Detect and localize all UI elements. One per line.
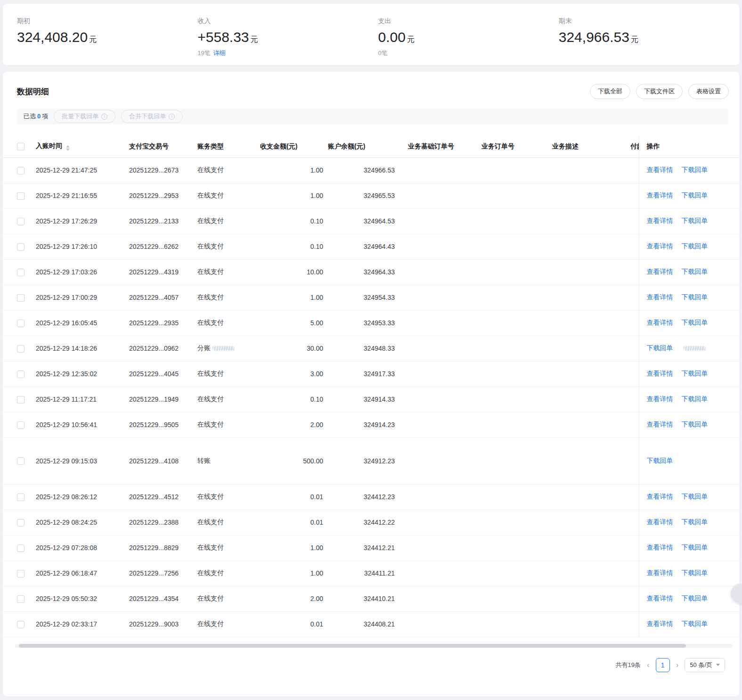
download-receipt-link[interactable]: 下载回单 [682,242,708,250]
row-checkbox[interactable] [17,457,24,465]
download-receipt-link[interactable]: 下载回单 [682,268,708,275]
cell-balance: 324966.53 [328,157,400,183]
download-receipt-link[interactable]: 下载回单 [682,191,708,199]
view-detail-link[interactable]: 查看详情 [647,166,673,173]
cell-order [476,387,546,412]
cell-account-type: 在线支付 [192,310,260,336]
row-checkbox[interactable] [17,294,24,302]
download-receipt-link[interactable]: 下载回单 [682,319,708,326]
view-detail-link[interactable]: 查看详情 [647,217,673,224]
view-detail-link[interactable]: 查看详情 [647,293,673,301]
cell-amount: 1.00 [260,183,328,208]
view-detail-link[interactable]: 查看详情 [647,395,673,403]
row-checkbox[interactable] [17,544,24,552]
cell-transaction-id: 20251229...6262 [123,234,192,259]
income-detail-link[interactable]: 详细 [213,49,226,57]
table-row: 2025-12-29 16:05:4520251229...2935在线支付5.… [3,310,739,336]
download-receipt-link[interactable]: 下载回单 [647,457,673,464]
view-detail-link[interactable]: 查看详情 [647,620,673,627]
cell-order [476,484,546,510]
download-receipt-link[interactable]: 下载回单 [682,166,708,173]
view-detail-link[interactable]: 查看详情 [647,569,673,576]
cell-amount: 0.10 [260,387,328,412]
view-detail-link[interactable]: 查看详情 [647,191,673,199]
row-checkbox[interactable] [17,421,24,429]
row-checkbox[interactable] [17,345,24,353]
row-checkbox[interactable] [17,595,24,603]
download-receipt-link[interactable]: 下载回单 [682,544,708,551]
panel-title: 数据明细 [17,86,49,97]
next-page-button[interactable]: › [675,661,680,669]
view-detail-link[interactable]: 查看详情 [647,370,673,377]
row-checkbox[interactable] [17,371,24,378]
selected-count-text: 已选0项 [24,112,48,121]
download-receipt-link[interactable]: 下载回单 [682,420,708,428]
table-row: 2025-12-29 11:17:2120251229...1949在线支付0.… [3,387,739,412]
view-detail-link[interactable]: 查看详情 [647,544,673,551]
selection-bar: 已选0项 批量下载回单i 合并下载回单i [17,108,728,124]
download-all-button[interactable]: 下载全部 [590,84,630,99]
view-detail-link[interactable]: 查看详情 [647,420,673,428]
row-checkbox[interactable] [17,218,24,225]
prev-page-button[interactable]: ‹ [645,661,651,669]
sort-icon[interactable] [66,145,70,151]
row-checkbox[interactable] [17,621,24,628]
row-checkbox[interactable] [17,494,24,501]
view-detail-link[interactable]: 查看详情 [647,594,673,602]
batch-download-button[interactable]: 批量下载回单i [54,110,115,123]
cell-payer [627,437,639,484]
cell-entry-time: 2025-12-29 21:47:25 [32,157,123,183]
summary-expense: 支出 0.00元 0笔 [378,17,559,65]
cell-balance: 324954.33 [328,285,400,310]
select-all-checkbox[interactable] [17,143,24,150]
view-detail-link[interactable]: 查看详情 [647,268,673,275]
cell-payer [627,484,639,510]
cell-base-order [400,310,476,336]
download-receipt-link[interactable]: 下载回单 [682,620,708,627]
download-receipt-link[interactable]: 下载回单 [682,217,708,224]
row-checkbox[interactable] [17,570,24,577]
cell-order [476,157,546,183]
col-header-time[interactable]: 入账时间 [32,136,123,157]
download-receipt-link[interactable]: 下载回单 [682,370,708,377]
cell-payer [627,157,639,183]
row-checkbox[interactable] [17,167,24,174]
view-detail-link[interactable]: 查看详情 [647,242,673,250]
row-checkbox[interactable] [17,396,24,404]
horizontal-scrollbar[interactable] [15,644,733,648]
download-receipt-link[interactable]: 下载回单 [682,293,708,301]
cell-base-order [400,535,476,560]
table-settings-button[interactable]: 表格设置 [688,84,729,99]
current-page-button[interactable]: 1 [656,658,670,672]
cell-description [546,510,627,535]
row-checkbox[interactable] [17,519,24,527]
merge-download-button[interactable]: 合并下载回单i [121,110,183,123]
cell-amount: 1.00 [260,535,328,560]
table-row: 2025-12-29 10:56:4120251229...9505在线支付2.… [3,412,739,437]
view-detail-link[interactable]: 查看详情 [647,493,673,500]
cell-entry-time: 2025-12-29 17:03:26 [32,259,123,285]
view-detail-link[interactable]: 查看详情 [647,518,673,526]
cell-base-order [400,484,476,510]
page-size-select[interactable]: 50 条/页 [685,658,725,672]
download-receipt-link[interactable]: 下载回单 [682,395,708,403]
cell-account-type: 在线支付 [192,259,260,285]
row-checkbox[interactable] [17,192,24,200]
cell-transaction-id: 20251229...2673 [123,157,192,183]
scrollbar-thumb[interactable] [19,644,686,648]
download-receipt-link[interactable]: 下载回单 [682,569,708,576]
download-receipt-link[interactable]: 下载回单 [682,493,708,500]
download-filezone-button[interactable]: 下载文件区 [636,84,683,99]
view-detail-link[interactable]: 查看详情 [647,319,673,326]
selected-count: 0 [37,113,41,120]
row-checkbox[interactable] [17,320,24,327]
cell-account-type: 在线支付 [192,535,260,560]
download-receipt-link[interactable]: 下载回单 [647,344,673,352]
cell-balance: 324411.21 [328,560,400,586]
summary-opening: 期初 324,408.20元 [17,17,197,65]
download-receipt-link[interactable]: 下载回单 [682,594,708,602]
row-checkbox[interactable] [17,269,24,276]
cell-description [546,157,627,183]
download-receipt-link[interactable]: 下载回单 [682,518,708,526]
row-checkbox[interactable] [17,243,24,251]
